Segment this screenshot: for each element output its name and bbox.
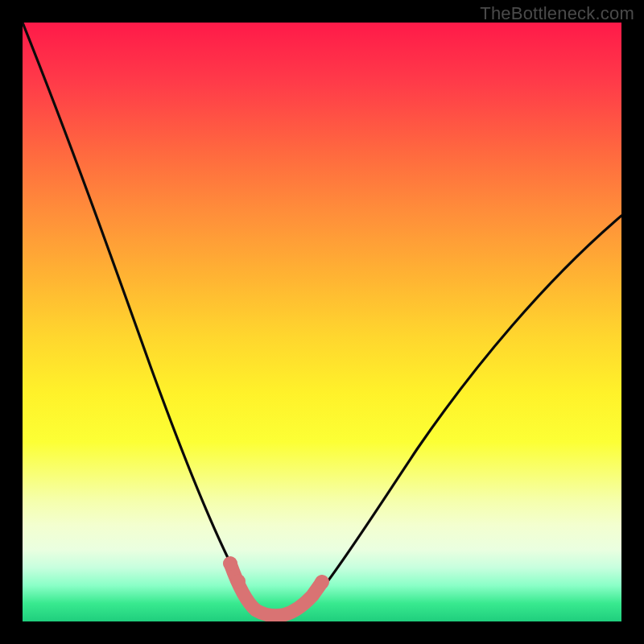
watermark-text: TheBottleneck.com xyxy=(480,3,634,24)
highlight-dot-left xyxy=(223,556,237,571)
highlight-minimum xyxy=(230,564,322,616)
plot-area xyxy=(23,23,621,621)
bottleneck-curve xyxy=(23,23,621,615)
highlight-dot-left2 xyxy=(231,574,246,588)
chart-frame: TheBottleneck.com xyxy=(0,0,644,644)
highlight-dot-right xyxy=(315,575,329,589)
curve-layer xyxy=(23,23,621,621)
